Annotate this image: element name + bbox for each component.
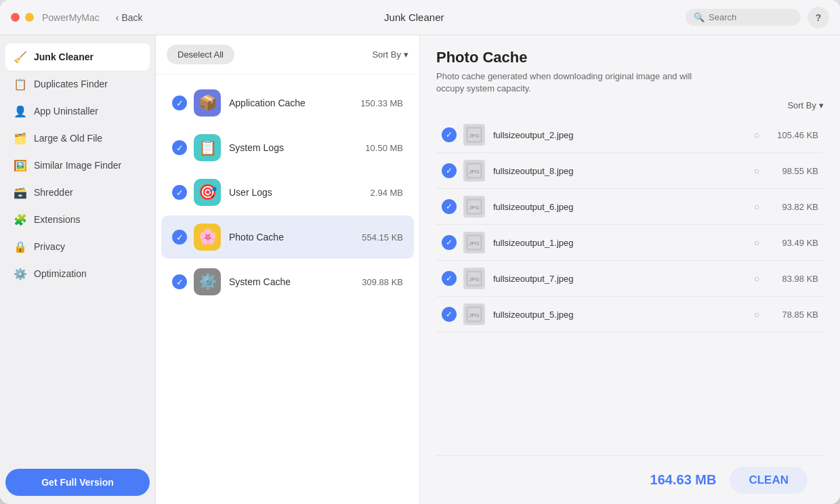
list-item[interactable]: ✓ 🌸 Photo Cache 554.15 KB <box>161 215 414 259</box>
search-icon[interactable]: ○ <box>751 129 763 141</box>
file-checkbox-1[interactable]: ✓ <box>442 127 457 142</box>
chevron-down-icon: ▾ <box>404 49 408 60</box>
search-icon[interactable]: ○ <box>751 165 763 177</box>
file-thumb-3: JPG <box>463 196 485 217</box>
privacy-icon: 🔒 <box>14 240 27 253</box>
app-uninstaller-icon: 👤 <box>14 104 27 118</box>
checkbox-system-cache[interactable]: ✓ <box>172 274 187 289</box>
category-list: ✓ 📦 Application Cache 150.33 MB ✓ 📋 Syst… <box>156 75 419 504</box>
clean-button[interactable]: CLEAN <box>730 467 807 494</box>
file-thumb-5: JPG <box>463 268 485 289</box>
shredder-icon: 🗃️ <box>14 186 27 199</box>
search-box[interactable]: 🔍 <box>686 9 801 26</box>
sidebar-label-large-old-file: Large & Old File <box>34 133 102 144</box>
svg-text:JPG: JPG <box>469 133 480 139</box>
item-name-system-logs: System Logs <box>229 142 365 153</box>
list-item[interactable]: ✓ ⚙️ System Cache 309.88 KB <box>161 260 414 303</box>
list-item[interactable]: ✓ 📋 System Logs 10.50 MB <box>161 126 414 169</box>
file-name-3: fullsizeoutput_6.jpeg <box>493 202 751 212</box>
file-name-4: fullsizeoutput_1.jpeg <box>493 238 751 248</box>
file-thumb-4: JPG <box>463 232 485 253</box>
total-size: 164.63 MB <box>650 472 717 488</box>
traffic-lights <box>11 13 34 22</box>
similar-image-icon: 🖼️ <box>14 159 27 172</box>
checkbox-user-logs[interactable]: ✓ <box>172 185 187 200</box>
svg-text:JPG: JPG <box>469 240 480 247</box>
large-file-icon: 🗂️ <box>14 131 27 145</box>
titlebar-center: Junk Cleaner <box>143 12 686 23</box>
junk-cleaner-icon: 🧹 <box>14 50 27 64</box>
close-button[interactable] <box>11 13 20 22</box>
sidebar-item-shredder[interactable]: 🗃️ Shredder <box>5 179 150 206</box>
right-sort-label: Sort By <box>787 100 816 110</box>
item-name-photo-cache: Photo Cache <box>229 232 362 243</box>
search-icon[interactable]: ○ <box>751 201 763 213</box>
search-icon: 🔍 <box>694 12 705 22</box>
checkbox-system-logs[interactable]: ✓ <box>172 140 187 155</box>
file-thumb-1: JPG <box>463 124 485 146</box>
search-icon[interactable]: ○ <box>751 308 763 320</box>
file-item[interactable]: ✓ JPG fullsizeoutput_1.jpeg ○ 93.49 KB <box>436 225 824 261</box>
sidebar-item-extensions[interactable]: 🧩 Extensions <box>5 206 150 233</box>
sidebar-item-duplicates-finder[interactable]: 📋 Duplicates Finder <box>5 70 150 98</box>
checkbox-photo-cache[interactable]: ✓ <box>172 230 187 245</box>
file-item[interactable]: ✓ JPG fullsizeoutput_5.jpeg ○ 78.85 KB <box>436 297 824 333</box>
sidebar-item-similar-image[interactable]: 🖼️ Similar Image Finder <box>5 152 150 179</box>
search-input[interactable] <box>709 12 793 22</box>
middle-panel: Deselect All Sort By ▾ ✓ 📦 Application C… <box>156 35 420 504</box>
file-item[interactable]: ✓ JPG fullsizeoutput_2.jpeg ○ 105.46 KB <box>436 117 824 153</box>
titlebar-right: 🔍 ? <box>686 7 829 28</box>
search-icon[interactable]: ○ <box>751 236 763 249</box>
search-icon[interactable]: ○ <box>751 272 763 285</box>
file-thumb-2: JPG <box>463 160 485 182</box>
file-name-5: fullsizeoutput_7.jpeg <box>493 274 751 284</box>
middle-toolbar: Deselect All Sort By ▾ <box>156 35 419 75</box>
sort-by-dropdown[interactable]: Sort By ▾ <box>372 49 408 60</box>
file-thumb-6: JPG <box>463 303 485 325</box>
item-size-photo-cache: 554.15 KB <box>362 232 403 243</box>
right-panel: Photo Cache Photo cache generated when d… <box>420 35 840 504</box>
item-name-app-cache: Application Cache <box>229 98 360 108</box>
file-checkbox-4[interactable]: ✓ <box>442 235 457 250</box>
help-icon: ? <box>816 12 822 23</box>
sidebar-item-privacy[interactable]: 🔒 Privacy <box>5 233 150 260</box>
titlebar: PowerMyMac ‹ Back Junk Cleaner 🔍 ? <box>0 0 840 35</box>
file-item[interactable]: ✓ JPG fullsizeoutput_7.jpeg ○ 83.98 KB <box>436 261 824 297</box>
sidebar-item-large-old-file[interactable]: 🗂️ Large & Old File <box>5 125 150 152</box>
right-panel-description: Photo cache generated when downloading o… <box>436 70 694 95</box>
sidebar-label-extensions: Extensions <box>34 214 80 225</box>
get-full-version-button[interactable]: Get Full Version <box>5 469 150 496</box>
file-checkbox-3[interactable]: ✓ <box>442 199 457 214</box>
file-checkbox-5[interactable]: ✓ <box>442 271 457 286</box>
right-sort-dropdown[interactable]: Sort By ▾ <box>787 100 824 110</box>
file-size-3: 93.82 KB <box>771 202 818 212</box>
svg-text:JPG: JPG <box>469 276 480 282</box>
file-name-6: fullsizeoutput_5.jpeg <box>493 310 751 320</box>
file-checkbox-2[interactable]: ✓ <box>442 163 457 178</box>
checkbox-app-cache[interactable]: ✓ <box>172 96 187 110</box>
file-item[interactable]: ✓ JPG fullsizeoutput_6.jpeg ○ 93.82 KB <box>436 189 824 225</box>
sidebar-item-junk-cleaner[interactable]: 🧹 Junk Cleaner <box>5 43 150 70</box>
file-size-4: 93.49 KB <box>771 238 818 248</box>
file-checkbox-6[interactable]: ✓ <box>442 307 457 322</box>
file-item[interactable]: ✓ JPG fullsizeoutput_8.jpeg ○ 98.55 KB <box>436 153 824 189</box>
main-content: 🧹 Junk Cleaner 📋 Duplicates Finder 👤 App… <box>0 35 840 504</box>
right-header: Photo Cache Photo cache generated when d… <box>436 49 824 95</box>
sidebar-item-app-uninstaller[interactable]: 👤 App Uninstaller <box>5 98 150 125</box>
sidebar-label-privacy: Privacy <box>34 241 65 252</box>
item-name-user-logs: User Logs <box>229 187 371 198</box>
titlebar-title: Junk Cleaner <box>384 12 444 23</box>
item-size-app-cache: 150.33 MB <box>360 98 403 108</box>
deselect-all-button[interactable]: Deselect All <box>167 45 234 64</box>
system-cache-icon: ⚙️ <box>194 268 221 295</box>
sidebar-item-optimization[interactable]: ⚙️ Optimization <box>5 260 150 287</box>
back-button[interactable]: ‹ Back <box>116 12 143 23</box>
help-button[interactable]: ? <box>807 7 829 28</box>
list-item[interactable]: ✓ 📦 Application Cache 150.33 MB <box>161 81 414 125</box>
list-item[interactable]: ✓ 🎯 User Logs 2.94 MB <box>161 171 414 214</box>
app-cache-icon: 📦 <box>194 89 221 117</box>
sidebar-label-shredder: Shredder <box>34 187 73 198</box>
minimize-button[interactable] <box>25 13 34 22</box>
right-panel-title: Photo Cache <box>436 49 824 66</box>
sort-by-label: Sort By <box>372 49 401 60</box>
